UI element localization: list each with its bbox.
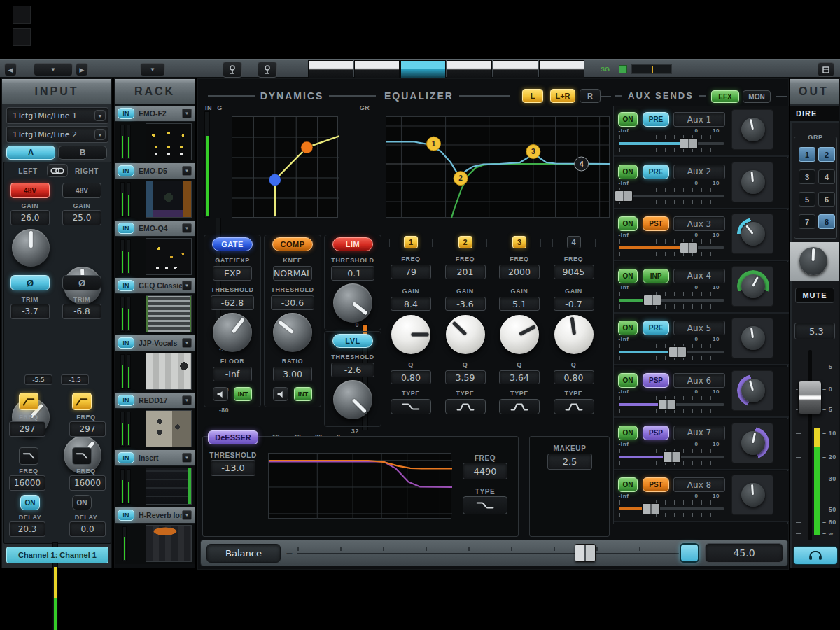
aux-7-pan-knob[interactable] <box>741 431 765 455</box>
eq-band-4-gain-knob[interactable] <box>554 315 594 354</box>
rack-item-in-button[interactable]: IN <box>118 510 134 521</box>
rack-item-dropdown-icon[interactable]: ▼ <box>182 396 192 405</box>
group-assign-3-button[interactable]: 3 <box>799 169 816 184</box>
aux-6-mode-button[interactable]: PSP <box>643 373 669 388</box>
aux-5-pan-knob[interactable] <box>741 326 765 350</box>
aux-8-on-button[interactable]: ON <box>618 477 638 492</box>
dynamics-transfer-graph[interactable] <box>232 116 338 218</box>
aux-3-mode-button[interactable]: PST <box>643 216 669 231</box>
balance-mode-button[interactable]: Balance <box>206 544 281 563</box>
input-source-2[interactable]: 1Tctg1Mic/Line 2 <box>6 126 108 143</box>
rack-item-in-button[interactable]: IN <box>118 337 134 349</box>
rack-item-dropdown-icon[interactable]: ▼ <box>182 453 192 463</box>
fader-track[interactable] <box>808 350 812 540</box>
group-assign-5-button[interactable]: 5 <box>799 192 816 206</box>
input-source-1-dropdown-icon[interactable]: ▼ <box>94 110 106 121</box>
rack-item-thumbnail[interactable] <box>146 525 192 562</box>
eq-band-4-gain-value[interactable]: -0.7 <box>554 297 594 311</box>
rack-item-dropdown-icon[interactable]: ▼ <box>182 166 192 176</box>
trim-left-value[interactable]: -3.7 <box>10 304 50 319</box>
rack-item-name[interactable]: Insert <box>139 454 182 462</box>
hpf-right-freq-value[interactable]: 297 <box>69 421 106 437</box>
delay-left-value[interactable]: 20.3 <box>9 522 46 537</box>
aux-5-name[interactable]: Aux 5 <box>673 321 725 335</box>
rack-item-thumbnail[interactable] <box>146 410 192 447</box>
group-assign-8-button[interactable]: 8 <box>818 214 835 229</box>
aux-1-slider-track[interactable] <box>620 142 724 145</box>
output-pan-knob[interactable] <box>799 247 827 275</box>
eq-band-3-q-value[interactable]: 3.64 <box>499 370 540 384</box>
nav-forward-button[interactable]: ▶ <box>76 63 88 76</box>
lim-button[interactable]: LIM <box>332 237 373 251</box>
aux-3-name[interactable]: Aux 3 <box>673 216 725 231</box>
deesser-freq-value[interactable]: 4490 <box>463 463 507 479</box>
eq-band-4-freq-value[interactable]: 9045 <box>554 265 594 279</box>
eq-band-1-type-icon[interactable] <box>391 399 431 414</box>
trim-right-value[interactable]: -6.8 <box>62 304 102 319</box>
layer-a-button[interactable]: A <box>6 146 55 160</box>
aux-2-mode-button[interactable]: PRE <box>643 164 669 179</box>
aux-2-on-button[interactable]: ON <box>618 164 638 179</box>
scene-button-4[interactable] <box>447 60 492 79</box>
deesser-response-graph[interactable] <box>268 453 451 519</box>
aux-2-slider-track[interactable] <box>620 195 724 197</box>
lvl-threshold-value[interactable]: -2.6 <box>331 363 374 377</box>
aux-4-name[interactable]: Aux 4 <box>673 269 725 284</box>
int-button[interactable]: INT <box>234 387 252 401</box>
stereo-link-icon[interactable] <box>47 164 68 177</box>
eq-channel-L[interactable]: L <box>522 89 543 103</box>
group-assign-2-button[interactable]: 2 <box>818 147 835 162</box>
gate-button[interactable]: GATE <box>212 237 253 251</box>
aux-mon-button[interactable]: MON <box>743 90 771 103</box>
comp-threshold-knob[interactable] <box>273 313 312 352</box>
aux-7-slider-handle[interactable] <box>663 451 681 463</box>
eq-band-3-type-icon[interactable] <box>499 399 540 414</box>
comp-knee-value[interactable]: NORMAL <box>273 266 312 281</box>
aux-4-on-button[interactable]: ON <box>618 269 638 284</box>
rack-item-dropdown-icon[interactable]: ▼ <box>182 338 192 348</box>
scene-button-6[interactable] <box>539 60 584 79</box>
balance-link-button[interactable] <box>680 543 699 563</box>
aux-1-name[interactable]: Aux 1 <box>673 112 725 127</box>
aux-7-on-button[interactable]: ON <box>618 426 638 440</box>
aux-1-slider-handle[interactable] <box>680 138 698 149</box>
eq-band-2-enable-button[interactable]: 2 <box>458 236 472 248</box>
aux-4-pan-knob[interactable] <box>741 274 765 298</box>
lpf-right-freq-value[interactable]: 16000 <box>69 475 106 491</box>
rack-item-in-button[interactable]: IN <box>118 395 134 406</box>
aux-5-slider-handle[interactable] <box>668 346 687 358</box>
phase-right-button[interactable]: Ø <box>62 275 102 290</box>
rack-item-name[interactable]: EMO-D5 <box>139 167 182 175</box>
eq-channel-R[interactable]: R <box>580 89 601 103</box>
aux-6-pan-knob[interactable] <box>741 379 765 402</box>
aux-3-slider-handle[interactable] <box>680 242 698 253</box>
aux-2-name[interactable]: Aux 2 <box>673 164 725 179</box>
direct-bar[interactable]: DIRE <box>790 106 839 121</box>
scene-button-3[interactable] <box>400 60 446 79</box>
mic-tool-icon-2[interactable] <box>258 62 277 78</box>
scene-button-2[interactable] <box>354 60 400 79</box>
corner-tool-icon[interactable] <box>13 6 31 24</box>
channel-select-dropdown[interactable]: ▼ <box>34 63 73 76</box>
output-fader-cap[interactable] <box>798 381 822 414</box>
rack-item-dropdown-icon[interactable]: ▼ <box>182 281 192 290</box>
aux-8-pan-knob[interactable] <box>741 483 765 507</box>
rack-item-thumbnail[interactable] <box>146 468 192 505</box>
eq-band-2-gain-value[interactable]: -3.6 <box>445 297 486 311</box>
eq-band-3-gain-value[interactable]: 5.1 <box>499 297 540 311</box>
nav-back-button[interactable]: ◀ <box>4 63 17 76</box>
eq-band-1-gain-value[interactable]: 8.4 <box>391 297 431 311</box>
layer-b-button[interactable]: B <box>58 146 107 160</box>
gain-left-knob[interactable] <box>12 229 50 267</box>
lpf-right-icon[interactable] <box>72 447 92 465</box>
gate-floor-value[interactable]: -Inf <box>213 367 252 382</box>
aux-2-pan-knob[interactable] <box>741 170 765 194</box>
channel-name-label[interactable]: Channel 1: Channel 1 <box>6 547 108 564</box>
aux-8-name[interactable]: Aux 8 <box>673 477 725 492</box>
rack-item-in-button[interactable]: IN <box>118 165 134 176</box>
rack-item-dropdown-icon[interactable]: ▼ <box>182 223 192 233</box>
balance-value[interactable]: 45.0 <box>705 543 783 563</box>
balance-handle[interactable] <box>575 544 596 562</box>
rack-item-name[interactable]: H-Reverb long <box>139 511 182 519</box>
gain-right-value[interactable]: 25.0 <box>62 210 102 225</box>
